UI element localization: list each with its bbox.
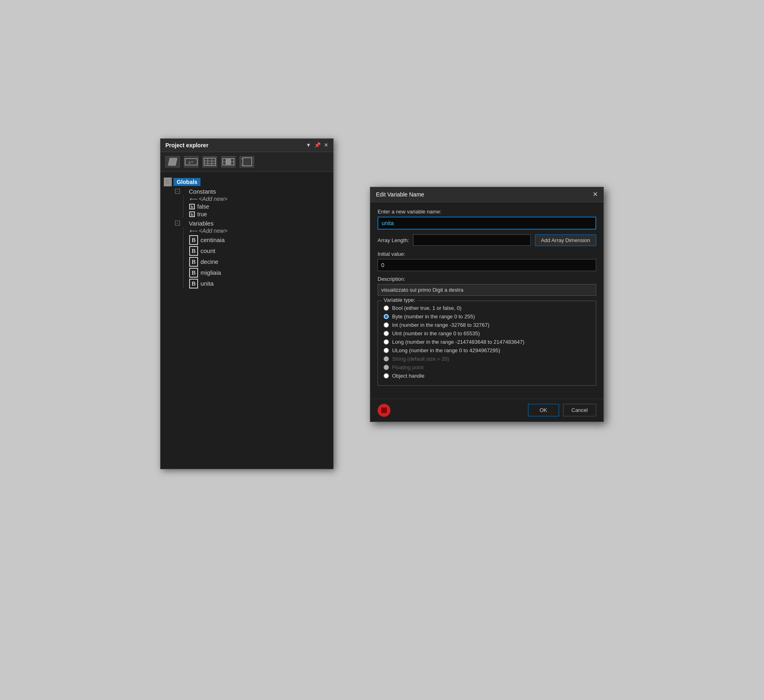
dropdown-icon[interactable]: ▼ bbox=[306, 142, 311, 148]
constant-true-label: true bbox=[197, 211, 207, 217]
radio-label-uint: UInt (number in the range 0 to 65535) bbox=[392, 330, 480, 336]
variable-name-input[interactable] bbox=[378, 217, 596, 230]
footer-left bbox=[378, 404, 390, 417]
globals-label: Globals bbox=[173, 178, 200, 186]
dialog-close-button[interactable]: ✕ bbox=[593, 191, 598, 198]
initial-value-input[interactable] bbox=[378, 259, 596, 271]
radio-row-uint: UInt (number in the range 0 to 65535) bbox=[384, 330, 590, 336]
globals-doc-icon bbox=[164, 178, 172, 186]
var-centinaia-label: centinaia bbox=[200, 236, 225, 243]
variables-section: − Variables ⟵ <Add new> B centinaia bbox=[175, 220, 330, 288]
B-icon-count: B bbox=[189, 246, 198, 256]
tree-item-decine: B decine bbox=[188, 257, 330, 267]
project-explorer-titlebar: Project explorer ▼ 📌 ✕ bbox=[161, 139, 333, 152]
radio-object[interactable] bbox=[384, 373, 389, 378]
radio-row-string: String (default size = 20) bbox=[384, 356, 590, 362]
svg-text:x=: x= bbox=[188, 159, 194, 165]
initial-value-label: Initial value: bbox=[378, 251, 596, 257]
project-tree: Globals − Constants ⟵ <Add new> b false bbox=[161, 172, 333, 294]
project-explorer-toolbar: x= bbox=[161, 152, 333, 172]
stop-icon bbox=[378, 404, 390, 417]
toolbar-icon-5[interactable] bbox=[240, 156, 254, 167]
variable-type-group: Variable type: Bool (either true, 1 or f… bbox=[378, 301, 596, 386]
variables-children: ⟵ <Add new> B centinaia B count B bbox=[183, 228, 330, 288]
radio-label-string: String (default size = 20) bbox=[392, 356, 449, 362]
var-count-label: count bbox=[200, 247, 215, 254]
globals-header-row: Globals bbox=[164, 178, 330, 186]
footer-right: OK Cancel bbox=[528, 404, 596, 416]
constants-add-new[interactable]: ⟵ <Add new> bbox=[188, 196, 330, 202]
svg-marker-12 bbox=[243, 158, 252, 166]
radio-label-ulong: ULong (number in the range 0 to 42949672… bbox=[392, 347, 500, 353]
radio-uint[interactable] bbox=[384, 331, 389, 336]
var-decine-label: decine bbox=[200, 258, 218, 265]
dialog-title: Edit Variable Name bbox=[376, 191, 424, 198]
pin-icon[interactable]: 📌 bbox=[314, 142, 321, 148]
radio-row-bool: Bool (either true, 1 or false, 0) bbox=[384, 305, 590, 311]
tree-item-true: b true bbox=[188, 211, 330, 217]
radio-label-int: Int (number in the range -32768 to 32767… bbox=[392, 322, 489, 328]
stop-inner bbox=[381, 407, 387, 413]
add-array-dimension-button[interactable]: Add Array Dimension bbox=[535, 234, 596, 246]
radio-label-byte: Byte (number in the range 0 to 255) bbox=[392, 313, 475, 320]
radio-label-float: Floating point bbox=[392, 364, 424, 370]
B-icon-centinaia: B bbox=[189, 235, 198, 245]
svg-rect-15 bbox=[165, 178, 170, 185]
radio-row-byte: Byte (number in the range 0 to 255) bbox=[384, 313, 590, 320]
radio-label-bool: Bool (either true, 1 or false, 0) bbox=[392, 305, 461, 311]
svg-marker-0 bbox=[168, 158, 177, 165]
toolbar-icon-2[interactable]: x= bbox=[184, 156, 198, 167]
dialog-titlebar: Edit Variable Name ✕ bbox=[370, 187, 603, 202]
bool-icon-false: b bbox=[189, 204, 195, 209]
B-icon-decine: B bbox=[189, 257, 198, 267]
close-icon[interactable]: ✕ bbox=[324, 142, 328, 148]
var-unita-label: unita bbox=[200, 280, 214, 287]
project-explorer-title: Project explorer bbox=[165, 142, 209, 148]
radio-row-int: Int (number in the range -32768 to 32767… bbox=[384, 322, 590, 328]
cancel-button[interactable]: Cancel bbox=[563, 404, 596, 416]
constants-collapse[interactable]: − bbox=[175, 189, 180, 194]
dialog-body: Enter a new variable name: Array Length:… bbox=[370, 202, 603, 399]
description-label: Description: bbox=[378, 276, 596, 282]
tree-item-unita: B unita bbox=[188, 279, 330, 288]
radio-int[interactable] bbox=[384, 322, 389, 328]
array-length-label: Array Length: bbox=[378, 237, 409, 243]
array-row: Array Length: Add Array Dimension bbox=[378, 234, 596, 246]
radio-float bbox=[384, 365, 389, 370]
tree-item-count: B count bbox=[188, 246, 330, 256]
toolbar-icon-4[interactable] bbox=[221, 156, 236, 167]
variables-add-new[interactable]: ⟵ <Add new> bbox=[188, 228, 330, 234]
tree-item-centinaia: B centinaia bbox=[188, 235, 330, 245]
bool-icon-true: b bbox=[189, 211, 195, 217]
variables-collapse[interactable]: − bbox=[175, 221, 180, 226]
radio-row-long: Long (number in the range -2147483648 to… bbox=[384, 339, 590, 345]
ok-button[interactable]: OK bbox=[528, 404, 559, 416]
radio-label-object: Object handle bbox=[392, 373, 424, 379]
array-length-input[interactable] bbox=[413, 234, 531, 246]
constants-header-row: − Constants bbox=[175, 188, 330, 195]
radio-byte[interactable] bbox=[384, 314, 389, 319]
toolbar-icon-1[interactable] bbox=[165, 156, 180, 167]
description-input[interactable] bbox=[378, 284, 596, 296]
tree-item-migliaia: B migliaia bbox=[188, 268, 330, 278]
var-migliaia-label: migliaia bbox=[200, 269, 221, 276]
variable-type-legend: Variable type: bbox=[382, 297, 417, 303]
radio-string bbox=[384, 356, 389, 361]
radio-row-object: Object handle bbox=[384, 373, 590, 379]
toolbar-icon-3[interactable] bbox=[202, 156, 217, 167]
radio-row-ulong: ULong (number in the range 0 to 42949672… bbox=[384, 347, 590, 353]
variables-header-row: − Variables bbox=[175, 220, 330, 227]
svg-rect-3 bbox=[204, 158, 215, 165]
edit-variable-dialog: Edit Variable Name ✕ Enter a new variabl… bbox=[370, 187, 604, 422]
svg-marker-16 bbox=[170, 178, 171, 180]
B-icon-unita: B bbox=[189, 279, 198, 288]
svg-rect-11 bbox=[226, 159, 231, 164]
radio-label-long: Long (number in the range -2147483648 to… bbox=[392, 339, 524, 345]
radio-ulong[interactable] bbox=[384, 348, 389, 353]
constant-false-label: false bbox=[197, 203, 209, 210]
variable-name-label: Enter a new variable name: bbox=[378, 209, 596, 215]
radio-long[interactable] bbox=[384, 339, 389, 345]
radio-bool[interactable] bbox=[384, 305, 389, 311]
variables-label: Variables bbox=[189, 220, 213, 227]
dialog-footer: OK Cancel bbox=[370, 399, 603, 422]
